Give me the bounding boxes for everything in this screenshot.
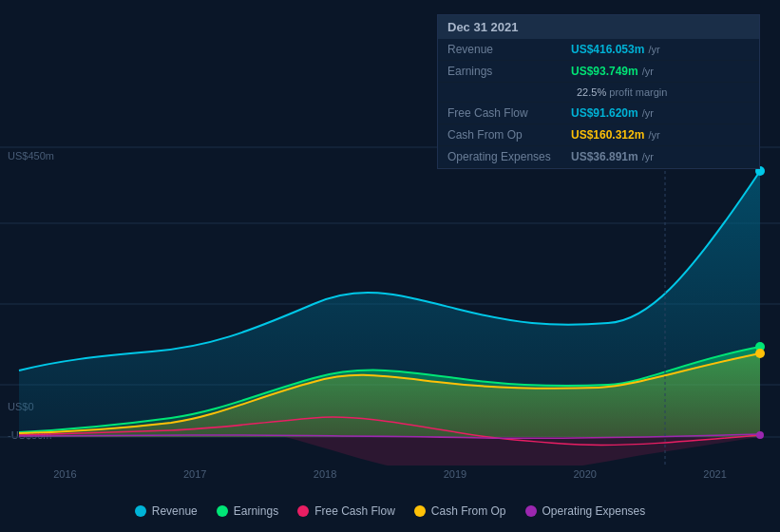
legend-dot-fcf [297,505,309,517]
tooltip-value-cfo: US$160.312m [571,128,644,142]
tooltip-value-opex: US$36.891m [571,150,638,163]
tooltip-label-opex: Operating Expenses [447,150,571,163]
tooltip-title: Dec 31 2021 [438,15,759,39]
legend-dot-earnings [217,505,228,517]
x-label-2017: 2017 [183,468,206,480]
legend-item-earnings[interactable]: Earnings [217,504,278,518]
tooltip-row-revenue: Revenue US$416.053m /yr [438,39,759,61]
tooltip-unit-fcf: /yr [642,107,654,119]
tooltip-row-cfo: Cash From Op US$160.312m /yr [438,124,759,146]
legend-item-cfo[interactable]: Cash From Op [414,504,506,518]
tooltip-unit-opex: /yr [642,151,654,162]
legend-label-fcf: Free Cash Flow [314,504,395,518]
legend: Revenue Earnings Free Cash Flow Cash Fro… [0,504,780,518]
legend-item-fcf[interactable]: Free Cash Flow [297,504,395,518]
tooltip-value-fcf: US$91.620m [571,106,638,120]
tooltip-row-fcf: Free Cash Flow US$91.620m /yr [438,103,759,124]
x-label-2021: 2021 [703,468,726,480]
x-axis: 2016 2017 2018 2019 2020 2021 [0,468,780,480]
legend-label-revenue: Revenue [152,504,198,518]
tooltip-label-fcf: Free Cash Flow [447,106,571,120]
tooltip-box: Dec 31 2021 Revenue US$416.053m /yr Earn… [437,14,760,169]
x-label-2018: 2018 [314,468,336,480]
chart-container: Dec 31 2021 Revenue US$416.053m /yr Earn… [0,0,780,532]
x-label-2019: 2019 [444,468,466,480]
tooltip-label-cfo: Cash From Op [447,128,571,142]
tooltip-row-opex: Operating Expenses US$36.891m /yr [438,146,759,168]
tooltip-label-revenue: Revenue [447,43,571,56]
legend-dot-cfo [414,505,426,517]
x-label-2016: 2016 [53,468,76,480]
fcf-negative-area [285,437,760,466]
tooltip-unit-earnings: /yr [642,66,654,77]
tooltip-label-earnings: Earnings [447,65,571,78]
legend-label-opex: Operating Expenses [542,504,646,518]
tooltip-row-earnings: Earnings US$93.749m /yr [438,61,759,83]
tooltip-unit-cfo: /yr [648,129,659,141]
tooltip-row-margin: 22.5% profit margin [438,83,759,103]
legend-label-cfo: Cash From Op [431,504,506,518]
legend-item-opex[interactable]: Operating Expenses [525,504,646,518]
tooltip-value-revenue: US$416.053m [571,43,644,56]
legend-item-revenue[interactable]: Revenue [135,504,198,518]
tooltip-value-earnings: US$93.749m [571,65,638,78]
legend-dot-revenue [135,505,146,517]
legend-dot-opex [525,505,537,517]
tooltip-margin-value: 22.5% profit margin [577,86,667,98]
opex-dot [756,431,764,439]
chart-svg [0,142,780,466]
x-label-2020: 2020 [573,468,596,480]
cfo-dot [755,349,765,358]
legend-label-earnings: Earnings [234,504,278,518]
tooltip-unit-revenue: /yr [648,44,659,55]
